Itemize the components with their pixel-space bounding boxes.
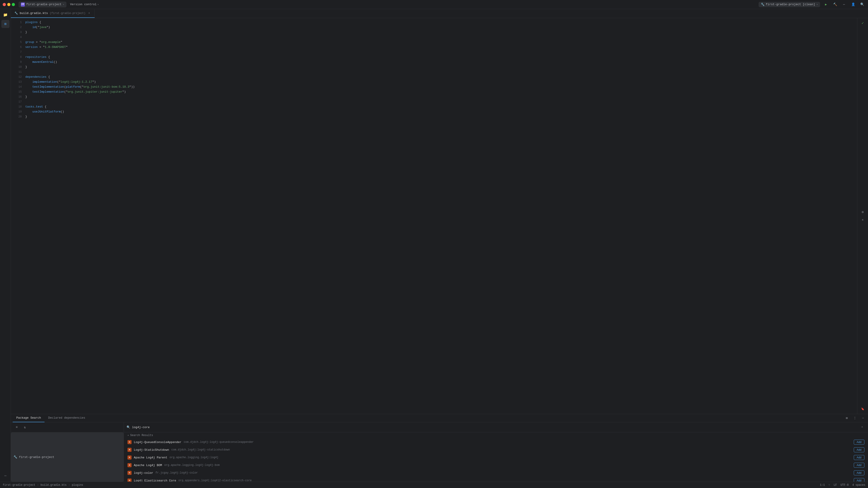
- status-bar: first-gradle-project › build.gradle.kts …: [0, 482, 868, 488]
- list-icon[interactable]: ≡: [13, 424, 20, 430]
- search-bar: 🔍 ×: [124, 422, 868, 432]
- more-options-icon[interactable]: ⋮: [852, 415, 858, 421]
- run-button[interactable]: ▶: [823, 1, 829, 8]
- result-name: Log4j-StaticShutdown: [134, 448, 169, 452]
- tab-build-gradle[interactable]: 🔧 build.gradle.kts (first-gradle-project…: [11, 9, 95, 18]
- project-name: first-gradle-project: [26, 3, 61, 6]
- build-button[interactable]: 🔨: [832, 1, 838, 8]
- add-dependency-button[interactable]: Add: [854, 440, 864, 445]
- result-group: org.apache.logging.log4j:log4j: [169, 456, 218, 459]
- chevron-down-icon: ▾: [127, 434, 129, 437]
- add-dependency-button[interactable]: Add: [854, 463, 864, 468]
- search-input[interactable]: [132, 426, 857, 429]
- code-area[interactable]: 1 plugins { 2 id("java") 3 } 4: [11, 18, 857, 414]
- tab-close-button[interactable]: ×: [87, 11, 91, 15]
- project-selector-label: first-gradle-project: [19, 455, 54, 459]
- project-badge[interactable]: FP first-gradle-project ▾: [19, 2, 66, 7]
- left-sidebar: 📁 ⊞ ⋯: [0, 9, 11, 482]
- list-item[interactable]: m Apache Log4j BOM org.apache.logging.lo…: [124, 461, 868, 469]
- bottom-tabs-bar: Package Search Declared dependencies ⊞ ⋮…: [11, 414, 868, 422]
- maximize-button[interactable]: [12, 3, 15, 6]
- maven-icon: m: [127, 448, 131, 452]
- encoding[interactable]: UTF-8: [840, 484, 848, 487]
- project-selector-icon: 🔧: [13, 455, 17, 459]
- search-button[interactable]: 🔍: [859, 1, 865, 8]
- tab-sublabel: (first-gradle-project): [50, 12, 86, 15]
- breadcrumb-sep-1: ›: [37, 484, 39, 487]
- result-name: Log4j Elasticsearch Core: [134, 479, 176, 482]
- sidebar-icon-plugins[interactable]: ⊞: [1, 20, 9, 28]
- close-button[interactable]: [3, 3, 6, 6]
- code-line-2: 2 id("java"): [11, 25, 857, 30]
- breadcrumb-file[interactable]: build.gradle.kts: [40, 484, 66, 487]
- result-name: Apache Log4j BOM: [134, 464, 162, 467]
- minimize-button[interactable]: [7, 3, 10, 6]
- chevron-down-icon: ▾: [97, 3, 99, 6]
- editor-area: 1 plugins { 2 id("java") 3 } 4: [11, 18, 868, 414]
- list-item[interactable]: m Log4j Elasticsearch Core org.appenders…: [124, 477, 868, 482]
- sidebar-icon-folder[interactable]: 📁: [1, 11, 9, 19]
- indentation[interactable]: 4 spaces: [852, 484, 865, 487]
- add-dependency-button[interactable]: Add: [854, 470, 864, 475]
- expand-icon[interactable]: ⇅: [22, 424, 28, 430]
- panel-settings-icon[interactable]: ⚙: [860, 209, 866, 215]
- vcs-status: ⑂: [829, 484, 830, 487]
- panel-close-icon[interactable]: ×: [860, 217, 866, 223]
- run-config[interactable]: 🔧 first-gradle-project [clean] ▾: [758, 2, 820, 7]
- result-group: com.djdch.log4j:log4j-staticshutdown: [171, 448, 230, 451]
- list-item[interactable]: m Apache Log4j Parent org.apache.logging…: [124, 454, 868, 461]
- run-config-label: first-gradle-project [clean]: [766, 3, 815, 6]
- add-dependency-button[interactable]: Add: [854, 447, 864, 452]
- breadcrumb-symbol[interactable]: plugins: [72, 484, 83, 487]
- project-icon: FP: [21, 2, 25, 6]
- version-control-button[interactable]: Version control ▾: [68, 2, 101, 7]
- editor-panel: 1 plugins { 2 id("java") 3 } 4: [11, 18, 857, 414]
- code-line-1: 1 plugins {: [11, 20, 857, 25]
- search-clear-icon[interactable]: ×: [859, 424, 865, 430]
- add-dependency-button[interactable]: Add: [854, 455, 864, 460]
- collapse-panel-icon[interactable]: −: [860, 415, 866, 421]
- tab-package-search[interactable]: Package Search: [13, 414, 44, 422]
- list-item[interactable]: m Log4j-StaticShutdown com.djdch.log4j:l…: [124, 446, 868, 454]
- code-line-13: 13 implementation("log4j:log4j:1.2.17"): [11, 79, 857, 85]
- search-results-header: ▾ Search Results: [124, 432, 868, 438]
- result-info: log4j-color fr.jcgay.log4j:log4j-color: [134, 471, 851, 475]
- sidebar-icon-more[interactable]: ⋯: [1, 472, 9, 480]
- result-name: Log4j-QueuedConsoleAppender: [134, 441, 182, 444]
- code-line-3: 3 }: [11, 30, 857, 35]
- run-config-icon: 🔧: [761, 3, 765, 6]
- tab-label: build.gradle.kts: [20, 11, 48, 15]
- status-right: 1:1 ⑂ LF UTF-8 4 spaces: [820, 484, 865, 487]
- line-ending[interactable]: LF: [834, 484, 837, 487]
- project-selector[interactable]: 🔧 first-gradle-project: [11, 432, 124, 482]
- code-line-7: 7: [11, 50, 857, 55]
- code-line-8: 8 repositories {: [11, 55, 857, 60]
- result-name: Apache Log4j Parent: [134, 456, 167, 459]
- list-item[interactable]: m log4j-color fr.jcgay.log4j:log4j-color…: [124, 469, 868, 477]
- cursor-position[interactable]: 1:1: [820, 484, 825, 487]
- result-info: Log4j Elasticsearch Core org.appenders.l…: [134, 479, 851, 482]
- code-line-6: 6 version = "1.0-SNAPSHOT": [11, 45, 857, 50]
- code-line-19: 19 useJUnitPlatform(): [11, 109, 857, 114]
- result-group: com.djdch.log4j:log4j-queuedconsoleappen…: [184, 441, 254, 444]
- result-info: Apache Log4j Parent org.apache.logging.l…: [134, 456, 851, 459]
- tab-icon: 🔧: [14, 11, 18, 15]
- code-line-20: 20 }: [11, 114, 857, 119]
- profile-button[interactable]: 👤: [850, 1, 856, 8]
- tab-declared-deps[interactable]: Declared dependencies: [44, 414, 89, 422]
- more-button[interactable]: ⋯: [841, 1, 847, 8]
- list-item[interactable]: m Log4j-QueuedConsoleAppender com.djdch.…: [124, 438, 868, 446]
- results-list: m Log4j-QueuedConsoleAppender com.djdch.…: [124, 438, 868, 482]
- code-line-9: 9 mavenCentral(): [11, 60, 857, 65]
- title-bar-actions: 🔧 first-gradle-project [clean] ▾ ▶ 🔨 ⋯ 👤…: [758, 1, 865, 8]
- code-line-17: 17: [11, 99, 857, 104]
- code-line-14: 14 testImplementation(platform("org.juni…: [11, 85, 857, 90]
- bookmarks-icon[interactable]: 🔖: [860, 406, 866, 412]
- grid-view-icon[interactable]: ⊞: [844, 415, 850, 421]
- add-dependency-button[interactable]: Add: [854, 478, 864, 482]
- chevron-down-icon: ▾: [63, 3, 64, 6]
- window-controls: [3, 3, 15, 6]
- code-line-18: 18 tasks.test {: [11, 104, 857, 109]
- status-left: first-gradle-project › build.gradle.kts …: [3, 484, 83, 487]
- breadcrumb-project[interactable]: first-gradle-project: [3, 484, 35, 487]
